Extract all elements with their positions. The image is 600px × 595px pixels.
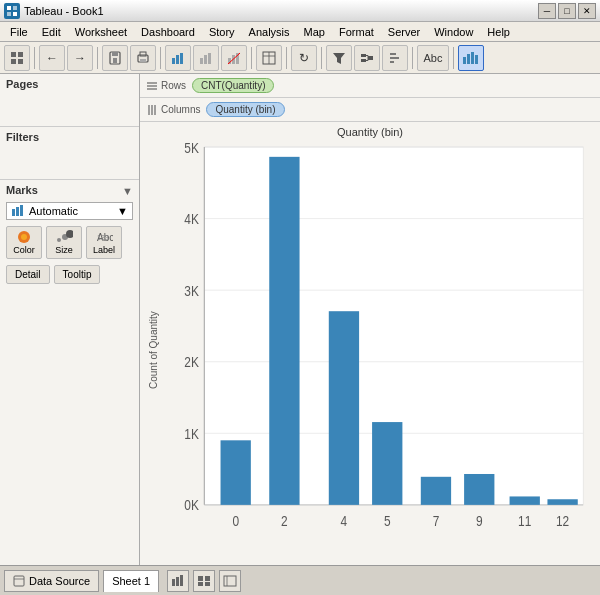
toolbar-sep-6 — [321, 47, 322, 69]
chart-svg: 0K 1K 2K 3K 4K 5K 0 2 — [161, 140, 594, 561]
sheet1-tab[interactable]: Sheet 1 — [103, 570, 159, 592]
toolbar-sort-btn[interactable] — [382, 45, 408, 71]
story-icon — [223, 575, 237, 587]
toolbar-showme-btn[interactable] — [458, 45, 484, 71]
bar-bin-5[interactable] — [372, 422, 402, 505]
new-dashboard-btn[interactable] — [193, 570, 215, 592]
menu-file[interactable]: File — [4, 24, 34, 40]
svg-rect-13 — [140, 59, 146, 62]
svg-rect-3 — [13, 12, 17, 16]
main-area: Pages Filters Marks ▼ Automatic ▼ Color — [0, 74, 600, 565]
toolbar-grid-btn[interactable] — [4, 45, 30, 71]
bar-bin-7[interactable] — [421, 477, 451, 505]
bar-bin-11[interactable] — [510, 496, 540, 504]
svg-text:5K: 5K — [184, 140, 199, 156]
bar-sheet-icon — [171, 575, 185, 587]
svg-rect-5 — [18, 52, 23, 57]
filters-section: Filters — [0, 127, 139, 180]
maximize-button[interactable]: □ — [558, 3, 576, 19]
svg-text:4K: 4K — [184, 211, 199, 228]
svg-rect-30 — [368, 56, 373, 60]
svg-text:2K: 2K — [184, 354, 199, 371]
toolbar-save-btn[interactable] — [102, 45, 128, 71]
marks-type-dropdown[interactable]: Automatic ▼ — [6, 202, 133, 220]
toolbar-refresh-btn[interactable]: ↻ — [291, 45, 317, 71]
svg-rect-18 — [204, 55, 207, 64]
svg-rect-16 — [180, 53, 183, 64]
menu-window[interactable]: Window — [428, 24, 479, 40]
toolbar-chart-btn[interactable] — [165, 45, 191, 71]
toolbar-chart2-btn[interactable] — [193, 45, 219, 71]
toolbar-back-btn[interactable]: ← — [39, 45, 65, 71]
menu-edit[interactable]: Edit — [36, 24, 67, 40]
toolbar-table-btn[interactable] — [256, 45, 282, 71]
bar-bin-2[interactable] — [269, 157, 299, 505]
app-icon — [4, 3, 20, 19]
color-button[interactable]: Color — [6, 226, 42, 259]
toolbar-filter-btn[interactable] — [326, 45, 352, 71]
svg-text:3K: 3K — [184, 282, 199, 299]
toolbar-group-btn[interactable] — [354, 45, 380, 71]
menu-help[interactable]: Help — [481, 24, 516, 40]
svg-rect-43 — [20, 205, 23, 216]
menu-worksheet[interactable]: Worksheet — [69, 24, 133, 40]
close-button[interactable]: ✕ — [578, 3, 596, 19]
svg-text:12: 12 — [556, 512, 569, 529]
detail-button[interactable]: Detail — [6, 265, 50, 284]
bar-chart-icon — [11, 205, 25, 217]
svg-rect-79 — [14, 576, 24, 586]
label-icon: Abc123 — [95, 230, 113, 244]
bar-bin-12[interactable] — [547, 499, 577, 505]
svg-text:11: 11 — [518, 512, 531, 529]
datasource-tab[interactable]: Data Source — [4, 570, 99, 592]
bar-bin-0[interactable] — [221, 440, 251, 505]
columns-pill[interactable]: Quantity (bin) — [206, 102, 284, 117]
sheet1-label: Sheet 1 — [112, 575, 150, 587]
svg-rect-4 — [11, 52, 16, 57]
menu-dashboard[interactable]: Dashboard — [135, 24, 201, 40]
svg-text:0: 0 — [232, 512, 239, 529]
columns-label: Columns — [146, 104, 200, 116]
minimize-button[interactable]: ─ — [538, 3, 556, 19]
pages-section: Pages — [0, 74, 139, 127]
window-controls[interactable]: ─ □ ✕ — [538, 3, 596, 19]
rows-shelf: Rows CNT(Quantity) — [140, 74, 600, 98]
label-button[interactable]: Abc123 Label — [86, 226, 122, 259]
bar-bin-9[interactable] — [464, 474, 494, 505]
svg-text:9: 9 — [476, 512, 483, 529]
rows-pill[interactable]: CNT(Quantity) — [192, 78, 274, 93]
chart-plot: 0K 1K 2K 3K 4K 5K 0 2 — [161, 140, 594, 561]
y-axis-label: Count of Quantity — [146, 140, 161, 561]
toolbar-text-btn[interactable]: Abc — [417, 45, 449, 71]
svg-rect-81 — [172, 579, 175, 586]
menu-analysis[interactable]: Analysis — [243, 24, 296, 40]
menu-format[interactable]: Format — [333, 24, 380, 40]
svg-rect-19 — [208, 53, 211, 64]
toolbar-sep-5 — [286, 47, 287, 69]
menu-server[interactable]: Server — [382, 24, 426, 40]
toolbar-sep-1 — [34, 47, 35, 69]
svg-rect-0 — [7, 6, 11, 10]
filters-content — [6, 145, 133, 175]
menu-bar: File Edit Worksheet Dashboard Story Anal… — [0, 22, 600, 42]
chart-area: Count of Quantity — [146, 140, 594, 561]
tooltip-button[interactable]: Tooltip — [54, 265, 101, 284]
svg-rect-9 — [112, 52, 118, 56]
marks-row2: Detail Tooltip — [6, 265, 133, 284]
toolbar-chart3-btn[interactable] — [221, 45, 247, 71]
svg-point-46 — [57, 238, 61, 242]
toolbar-print-btn[interactable] — [130, 45, 156, 71]
svg-rect-82 — [176, 577, 179, 586]
svg-rect-14 — [172, 58, 175, 64]
menu-map[interactable]: Map — [298, 24, 331, 40]
svg-rect-6 — [11, 59, 16, 64]
filters-label: Filters — [6, 131, 133, 143]
new-sheet-btn[interactable] — [167, 570, 189, 592]
bar-bin-4[interactable] — [329, 311, 359, 505]
new-story-btn[interactable] — [219, 570, 241, 592]
menu-story[interactable]: Story — [203, 24, 241, 40]
size-icon — [55, 230, 73, 244]
toolbar-forward-btn[interactable]: → — [67, 45, 93, 71]
svg-text:2: 2 — [281, 512, 288, 529]
size-button[interactable]: Size — [46, 226, 82, 259]
